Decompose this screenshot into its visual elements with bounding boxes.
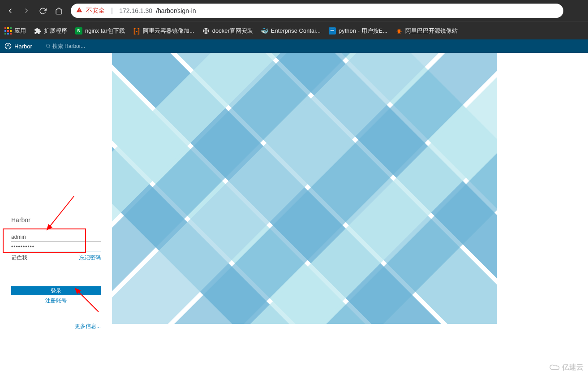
- more-info-link[interactable]: 更多信息...: [11, 323, 101, 330]
- insecure-icon: [76, 7, 82, 15]
- harbor-search[interactable]: 搜索 Harbor...: [46, 43, 85, 50]
- apps-icon: [4, 27, 12, 34]
- reload-button[interactable]: [36, 4, 49, 17]
- browser-toolbar: 不安全 | 172.16.1.30/harbor/sign-in: [0, 0, 588, 22]
- apps-button[interactable]: 应用: [4, 27, 26, 35]
- harbor-logo[interactable]: Harbor: [4, 43, 32, 50]
- puzzle-icon: [34, 27, 41, 34]
- insecure-label: 不安全: [86, 7, 105, 15]
- address-bar[interactable]: 不安全 | 172.16.1.30/harbor/sign-in: [71, 4, 563, 18]
- register-link[interactable]: 注册账号: [11, 297, 101, 305]
- url-path: /harbor/sign-in: [156, 7, 196, 14]
- url-host: 172.16.1.30: [119, 7, 152, 14]
- browser-chrome: 不安全 | 172.16.1.30/harbor/sign-in 应用 扩展程序…: [0, 0, 588, 39]
- harbor-header: Harbor 搜索 Harbor...: [0, 39, 588, 53]
- docker-icon: 🐳: [261, 27, 268, 34]
- bookmark-docker-install[interactable]: docker官网安装: [202, 27, 253, 35]
- login-panel: Harbor admin •••••••••• 记住我 忘记密码 登录 注册账号…: [0, 53, 112, 375]
- back-button[interactable]: [4, 4, 17, 17]
- forgot-password-link[interactable]: 忘记密码: [79, 254, 101, 262]
- bookmark-enterprise-container[interactable]: 🐳 Enterprise Contai...: [261, 27, 321, 34]
- stack-icon: ☰: [329, 27, 336, 34]
- username-input[interactable]: admin: [11, 232, 101, 241]
- login-options: 记住我 忘记密码: [11, 254, 101, 262]
- login-title: Harbor: [11, 216, 101, 224]
- remember-me-label[interactable]: 记住我: [11, 254, 27, 262]
- page-body: Harbor admin •••••••••• 记住我 忘记密码 登录 注册账号…: [0, 53, 588, 375]
- nginx-icon: N: [75, 27, 82, 34]
- bracket-icon: [-]: [133, 27, 140, 34]
- forward-button[interactable]: [20, 4, 33, 17]
- bookmark-alibaba-mirror[interactable]: ◉ 阿里巴巴开源镜像站: [395, 27, 458, 35]
- bookmark-python[interactable]: ☰ python - 用户按E...: [329, 27, 387, 35]
- svg-line-4: [49, 47, 50, 47]
- bookmark-aliyun-mirror[interactable]: [-] 阿里云容器镜像加...: [133, 27, 194, 35]
- bookmark-nginx[interactable]: N nginx tar包下载: [75, 27, 125, 35]
- ali-icon: ◉: [395, 27, 403, 34]
- bookmark-extensions[interactable]: 扩展程序: [34, 27, 67, 35]
- globe-icon: [202, 27, 210, 34]
- login-button[interactable]: 登录: [11, 286, 101, 295]
- background-pattern: [112, 53, 588, 375]
- watermark: 亿速云: [549, 363, 584, 372]
- home-button[interactable]: [52, 4, 65, 17]
- search-icon: [46, 43, 51, 49]
- bookmark-bar: 应用 扩展程序 N nginx tar包下载 [-] 阿里云容器镜像加... d…: [0, 22, 588, 39]
- svg-point-3: [46, 44, 49, 47]
- password-input[interactable]: ••••••••••: [11, 241, 101, 251]
